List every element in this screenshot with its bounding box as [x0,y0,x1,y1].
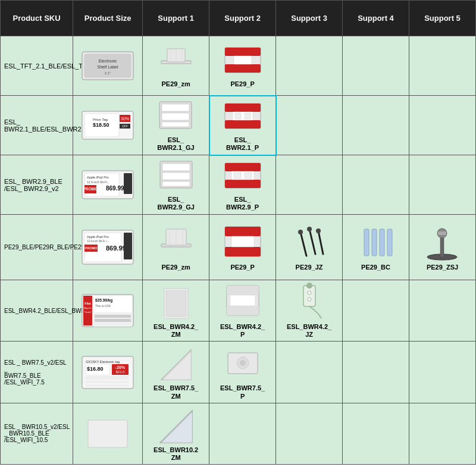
svg-rect-49 [245,173,252,178]
support1-cell: ESL_BWR7.5_ZM [143,342,209,403]
support1-cell: PE29_zm [143,36,209,96]
svg-rect-91 [95,319,131,322]
svg-text:869.99: 869.99 [106,185,124,192]
svg-text:$35.99/kg: $35.99/kg [95,298,112,303]
support5-cell [409,280,475,342]
support5-label: PE29_ZSJ [427,264,458,271]
svg-rect-31 [245,113,250,119]
svg-rect-73 [364,229,369,256]
svg-text:"Tender": "Tender" [84,311,92,314]
svg-text:PROMO: PROMO [83,187,98,191]
support2-cell: ESL_BWR4.2_P [209,280,276,342]
svg-rect-24 [162,113,189,120]
svg-rect-78 [440,235,444,257]
support3-label: PE29_JZ [296,264,323,271]
table-row: ESL_TFT_2.1_BLE/ESL_TFT_2.1_v2 Electroni… [1,36,476,96]
support4-cell [343,36,409,96]
support2-label: PE29_P [230,80,254,88]
svg-text:$16.80: $16.80 [87,366,104,372]
sku-cell: ESL _ BWR7.5_v2/ESL _BWR7.5_BLE/ESL_WIFI… [1,342,73,403]
svg-text:2.1": 2.1" [105,71,111,75]
support4-cell [343,280,409,342]
support3-cell [276,155,343,215]
support2-cell [209,403,276,464]
svg-text:30%: 30% [121,117,129,121]
header-support3: Support 3 [276,1,343,36]
support4-cell: PE29_BC [343,215,409,280]
support3-label: ESL_BWR4.2_JZ [287,323,331,339]
support1-label: PE29_zm [161,264,190,271]
svg-rect-41 [162,164,190,171]
svg-point-71 [307,227,312,231]
svg-rect-76 [387,229,392,256]
svg-rect-27 [225,104,261,112]
support1-label: ESL_BWR2.1_GJ [157,136,194,152]
header-support1: Support 1 [143,1,209,36]
svg-rect-110 [86,381,129,383]
svg-line-69 [318,231,323,254]
size-cell: Filet Mignon "Tender" $35.99/kg This is … [73,280,143,342]
svg-text:Mignon: Mignon [84,306,92,309]
table-row: PE29_BLE/PE29R_BLE/PE29_V2/PE29R_V2 Appl… [1,215,476,280]
svg-rect-75 [380,229,384,256]
svg-point-100 [308,291,311,295]
svg-rect-12 [225,64,261,73]
size-cell: Price Tag $18.50 30% OFF [73,96,143,155]
svg-text:Shelf Label: Shelf Label [98,65,118,69]
support2-label: ESL_BWR4.2_P [220,323,265,339]
support4-cell [343,403,409,464]
support3-cell [276,36,343,96]
svg-rect-66 [231,236,254,247]
svg-rect-82 [83,296,92,325]
svg-text:This is USA: This is USA [95,304,111,308]
svg-text:Price Tag: Price Tag [93,118,108,121]
header-size: Product Size [73,1,143,36]
svg-rect-109 [86,376,129,380]
svg-rect-57 [124,233,132,259]
table-row: ESL_ BWR2.1_BLE/ESL_BWR2.1_v2 Price Tag … [1,96,476,155]
support2-label: ESL_BWR7.5_P [220,384,265,400]
header-support4: Support 4 [343,1,409,36]
svg-rect-74 [372,229,377,256]
table-row: ESL_ BWR2.9_BLE/ESL_ BWR2.9_v2 Apple iPa… [1,155,476,215]
svg-rect-97 [230,295,255,306]
support4-cell [343,155,409,215]
support1-cell: ESL_BWR10.2ZM [143,403,209,464]
svg-point-70 [298,230,303,234]
svg-rect-11 [225,48,261,56]
svg-text:GICISKY Electronic tag: GICISKY Electronic tag [86,360,120,364]
support3-cell [276,96,343,155]
support1-cell: ESL_BWR4.2_ZM [143,280,209,342]
svg-rect-28 [225,120,261,129]
support1-label: ESL_BWR7.5_ZM [154,384,198,400]
support1-cell: PE29_zm [143,215,209,280]
support4-cell [343,96,409,155]
support2-cell: ESL_BWR2.9_P [209,155,276,215]
support2-cell: PE29_P [209,36,276,96]
sku-cell: ESL_BWR4.2_BLE/ESL_BWR4.2_v2 [1,280,73,342]
svg-text:Apple iPad Pro: Apple iPad Pro [87,176,109,179]
support2-cell: PE29_P [209,215,276,280]
support5-cell [409,96,475,155]
support5-cell: PE29_ZSJ [409,215,475,280]
sku-cell: PE29_BLE/PE29R_BLE/PE29_V2/PE29R_V2 [1,215,73,280]
svg-text:$18.50: $18.50 [93,122,109,128]
support3-cell: PE29_JZ [276,215,343,280]
support1-cell: ESL_BWR2.9_GJ [143,155,209,215]
support2-cell: ESL_BWR2.1_P [209,96,276,155]
svg-text:12.9-inch Wi-Fi +...: 12.9-inch Wi-Fi +... [87,240,109,243]
svg-rect-117 [88,420,127,447]
support5-cell [409,36,475,96]
svg-text:Filet: Filet [85,302,92,305]
header-support5: Support 5 [409,1,475,36]
svg-rect-111 [86,384,129,387]
svg-rect-65 [225,247,261,256]
size-cell: Apple iPad Pro 12.9-inch Wi-Fi... PROMO … [73,155,143,215]
sku-cell: ESL_ BWR2.9_BLE/ESL_ BWR2.9_v2 [1,155,73,215]
support5-cell [409,403,475,464]
svg-text:$21.0: $21.0 [116,370,126,374]
support1-label: ESL_BWR4.2_ZM [154,323,198,339]
svg-text:PROMO: PROMO [85,246,98,250]
svg-text:Apple iPad Pro: Apple iPad Pro [87,235,109,239]
table-row: ESL _ BWR10.5_v2/ESL _ BWR10.5_BLE/ESL_W… [1,403,476,464]
